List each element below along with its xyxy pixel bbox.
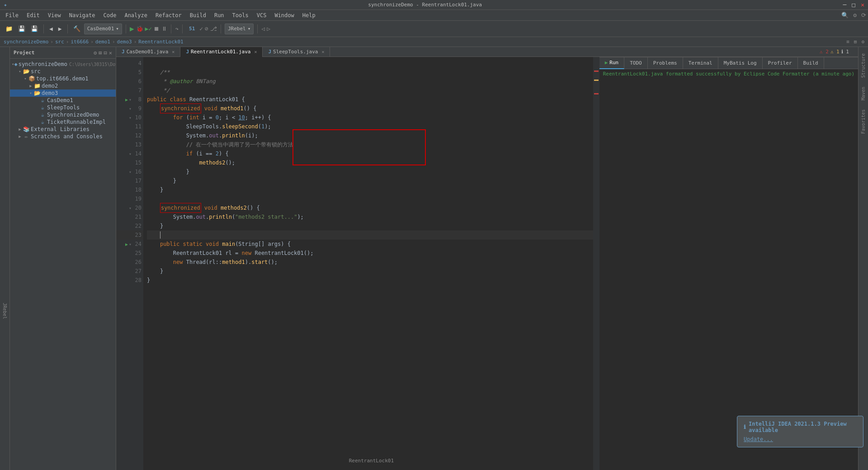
- toolbar-back-icon[interactable]: ◀: [47, 24, 55, 33]
- maximize-button[interactable]: □: [852, 1, 855, 8]
- settings-icon[interactable]: ⚙: [853, 12, 857, 19]
- project-icon: ◆: [14, 61, 17, 67]
- toolbar-build-icon[interactable]: 🔨: [71, 24, 82, 33]
- breadcrumb-expand-icon[interactable]: ⊞: [854, 39, 857, 45]
- run-button[interactable]: ▶: [130, 24, 134, 33]
- bottom-tab-todo[interactable]: TODO: [624, 57, 648, 69]
- sidebar-filter-icon[interactable]: ⊟: [104, 50, 107, 56]
- fold-icon-8[interactable]: ▾: [129, 97, 132, 102]
- step-over-icon[interactable]: ↷: [175, 25, 179, 32]
- menu-code[interactable]: Code: [100, 11, 120, 19]
- nav-src[interactable]: src: [55, 39, 64, 45]
- pause-button[interactable]: ⏸: [161, 25, 167, 32]
- structure-tab[interactable]: Structure: [860, 51, 867, 80]
- bottom-tab-mybatis[interactable]: MyBatis Log: [718, 57, 763, 69]
- tab-casdemo01[interactable]: J CasDemo01.java ✕: [116, 47, 180, 57]
- tree-item-package[interactable]: ▾ 📦 top.it6666.demo1: [10, 75, 116, 82]
- tree-item-ticketrunnable[interactable]: ☕ TicketRunnableImpl: [10, 118, 116, 126]
- bottom-tab-terminal[interactable]: Terminal: [683, 57, 718, 69]
- terminal-tab-label: Terminal: [689, 60, 712, 66]
- nav-reentrantlock01[interactable]: ReentrantLock01: [138, 39, 183, 45]
- sidebar-layout-icon[interactable]: ⊞: [99, 50, 102, 56]
- favorites-tab[interactable]: Favorites: [860, 107, 867, 136]
- maven-tab[interactable]: Maven: [860, 84, 867, 103]
- fold-icon-10[interactable]: ▾: [129, 115, 132, 120]
- menu-edit[interactable]: Edit: [23, 11, 43, 19]
- code-editor[interactable]: /** * @author BNTang */ public class Ree…: [143, 57, 599, 470]
- menu-file[interactable]: File: [2, 11, 22, 19]
- bottom-tab-profiler[interactable]: Profiler: [763, 57, 798, 69]
- tab-label-casdemo01: CasDemo01.java: [127, 49, 169, 55]
- menu-analyze[interactable]: Analyze: [121, 11, 151, 19]
- tab-close-reentrantlock01[interactable]: ✕: [254, 49, 257, 54]
- notification-update-link[interactable]: Update...: [744, 436, 857, 442]
- toolbar-save-all-icon[interactable]: 💾: [29, 24, 40, 33]
- search-everywhere-icon[interactable]: 🔍: [841, 12, 849, 19]
- update-icon[interactable]: ⟳: [861, 12, 866, 19]
- menu-help[interactable]: Help: [299, 11, 319, 19]
- close-button[interactable]: ✕: [861, 1, 864, 8]
- tab-close-sleeptools[interactable]: ✕: [321, 49, 324, 54]
- error-indicators: ⚠ 2 ⚠ 1 ℹ 1: [820, 49, 858, 55]
- error-stripe-2: [594, 93, 599, 94]
- nav-it6666[interactable]: it6666: [71, 39, 89, 45]
- toolbar-branch-icon[interactable]: ⎇: [210, 25, 217, 32]
- tree-item-root[interactable]: ▾ ◆ synchronizeDemo C:\Users\30315\Dow: [10, 61, 116, 68]
- fold-icon-16[interactable]: ▾: [129, 169, 132, 174]
- bottom-tab-problems[interactable]: Problems: [648, 57, 683, 69]
- tab-close-casdemo01[interactable]: ✕: [172, 49, 175, 54]
- jrebel-tab[interactable]: JRebel: [1, 300, 8, 322]
- fold-icon-24[interactable]: ▾: [129, 242, 132, 247]
- tab-reentrantlock01[interactable]: J ReentrantLock01.java ✕: [180, 47, 263, 57]
- sidebar-close-icon[interactable]: ✕: [109, 50, 112, 56]
- nav-sep-1: ›: [50, 39, 53, 45]
- jrebel-dropdown[interactable]: JRebel ▾: [225, 24, 254, 34]
- sidebar-gear-icon[interactable]: ⚙: [94, 50, 97, 56]
- nav-demo1[interactable]: demo1: [95, 39, 110, 45]
- tab-sleeptools[interactable]: J SleepTools.java ✕: [263, 47, 330, 57]
- tree-item-src[interactable]: ▾ 📂 src: [10, 68, 116, 75]
- menu-vcs[interactable]: VCS: [253, 11, 270, 19]
- toolbar-save-icon[interactable]: 💾: [16, 24, 27, 33]
- tree-item-sleeptools[interactable]: ☕ SleepTools: [10, 104, 116, 111]
- menu-refactor[interactable]: Refactor: [152, 11, 185, 19]
- toolbar-cancel-icon[interactable]: ⊘: [205, 25, 208, 32]
- run-with-coverage-button[interactable]: ▶✓: [145, 25, 152, 32]
- toolbar-open-icon[interactable]: 📁: [4, 24, 14, 33]
- debug-button[interactable]: 🐞: [136, 25, 143, 32]
- fold-icon-20[interactable]: ▾: [129, 206, 132, 211]
- tree-label-sleeptools: SleepTools: [47, 104, 80, 111]
- bottom-tab-build[interactable]: Build: [798, 57, 824, 69]
- tree-item-casdemo1[interactable]: ☕ CasDemo1: [10, 97, 116, 104]
- toolbar-nav-back-icon[interactable]: ◁: [261, 25, 265, 32]
- tree-item-demo3[interactable]: ▾ 📂 demo3: [10, 89, 116, 97]
- java-sleeptools-icon: ☕: [39, 104, 46, 111]
- menu-window[interactable]: Window: [271, 11, 297, 19]
- fold-icon-14[interactable]: ▾: [129, 151, 132, 156]
- breadcrumb-settings-icon[interactable]: ≡: [846, 39, 849, 45]
- breadcrumb-gear-icon[interactable]: ⚙: [861, 39, 864, 45]
- toolbar-forward-icon[interactable]: ▶: [57, 24, 64, 33]
- menu-tools[interactable]: Tools: [229, 11, 252, 19]
- tree-item-demo2[interactable]: ▶ 📁 demo2: [10, 82, 116, 89]
- menu-view[interactable]: View: [44, 11, 65, 19]
- tree-item-extlibs[interactable]: ▶ 📚 External Libraries: [10, 126, 116, 133]
- toolbar-nav-forward-icon[interactable]: ▷: [267, 25, 270, 32]
- tree-item-synchronizeddemo[interactable]: ☕ SynchronizedDemo: [10, 111, 116, 118]
- run-gutter-icon-24[interactable]: ▶: [125, 242, 128, 247]
- tree-item-scratches[interactable]: ▶ ✏ Scratches and Consoles: [10, 133, 116, 140]
- toolbar-check1-icon[interactable]: ✓: [199, 25, 203, 32]
- nav-synchronizedemo[interactable]: synchronizeDemo: [4, 39, 48, 45]
- project-dropdown[interactable]: CasDemo01 ▾: [84, 24, 122, 34]
- minimize-button[interactable]: ─: [843, 1, 847, 8]
- run-gutter-icon-8[interactable]: ▶: [125, 97, 128, 102]
- menu-run[interactable]: Run: [211, 11, 228, 19]
- stop-button[interactable]: ⏹: [154, 25, 160, 32]
- nav-demo3[interactable]: demo3: [117, 39, 132, 45]
- menu-navigate[interactable]: Navigate: [66, 11, 99, 19]
- bottom-tab-run[interactable]: ▶ Run: [599, 57, 625, 69]
- fold-icon-9[interactable]: ▾: [129, 106, 132, 111]
- gutter-27: 27: [116, 267, 143, 276]
- java-syncdemo-icon: ☕: [39, 112, 46, 118]
- menu-build[interactable]: Build: [186, 11, 210, 19]
